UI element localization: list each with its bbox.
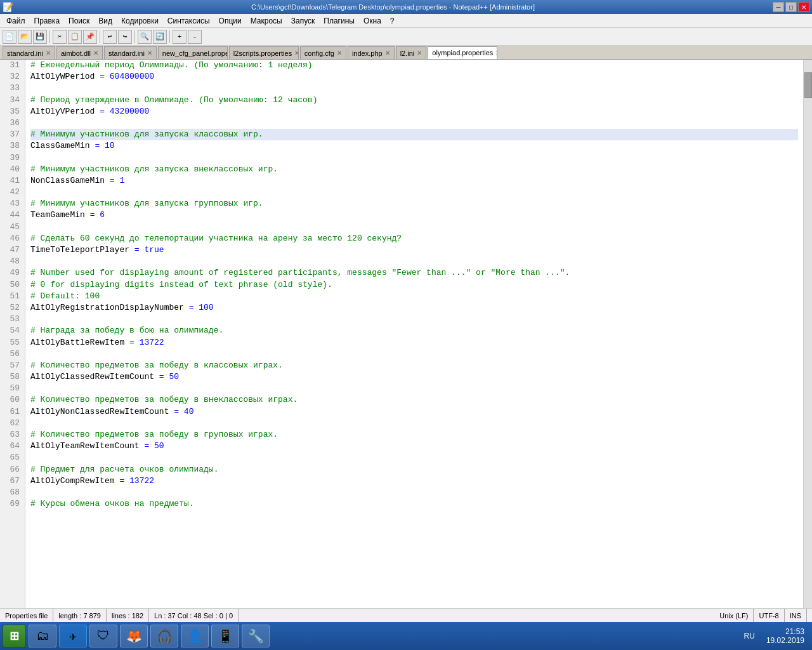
code-line-33[interactable] bbox=[30, 83, 798, 94]
menu-item-плагины[interactable]: Плагины bbox=[320, 15, 358, 27]
code-line-58[interactable]: AltOlyClassedRewItemCount = 50 bbox=[30, 371, 798, 383]
new-button[interactable]: 📄 bbox=[3, 30, 16, 44]
menu-item-?[interactable]: ? bbox=[386, 15, 398, 27]
code-line-42[interactable] bbox=[30, 187, 798, 198]
code-area[interactable]: # Еженедельный период Олимпиады. (По умо… bbox=[25, 60, 803, 608]
code-line-60[interactable]: # Количество предметов за победу в внекл… bbox=[30, 394, 798, 406]
code-line-36[interactable] bbox=[30, 117, 798, 129]
search-button[interactable]: 🔍 bbox=[138, 30, 152, 44]
code-line-49[interactable]: # Number used for displaying amount of r… bbox=[30, 267, 798, 279]
code-line-48[interactable] bbox=[30, 256, 798, 267]
tab-config-cfg[interactable]: config.cfg✕ bbox=[300, 46, 346, 59]
tab-close-icon[interactable]: ✕ bbox=[337, 50, 342, 56]
line-number-53: 53 bbox=[5, 314, 20, 325]
paste-button[interactable]: 📌 bbox=[83, 30, 97, 44]
minimize-button[interactable]: ─ bbox=[773, 2, 784, 12]
code-line-55[interactable]: AltOlyBattleRewItem = 13722 bbox=[30, 337, 798, 348]
save-button[interactable]: 💾 bbox=[33, 30, 47, 44]
taskbar-app-security[interactable]: 🛡 bbox=[89, 625, 117, 647]
zoom-out-button[interactable]: - bbox=[188, 30, 202, 44]
code-line-53[interactable] bbox=[30, 314, 798, 325]
code-line-51[interactable]: # Default: 100 bbox=[30, 291, 798, 302]
code-line-63[interactable]: # Количество предметов за победу в групо… bbox=[30, 429, 798, 441]
taskbar-app-explorer[interactable]: 🗂 bbox=[29, 625, 56, 647]
code-line-38[interactable]: ClassGameMin = 10 bbox=[30, 140, 798, 152]
tab-aimbot-dll[interactable]: aimbot.dll✕ bbox=[56, 46, 103, 59]
code-line-64[interactable]: AltOlyTeamRewItemCount = 50 bbox=[30, 441, 798, 452]
maximize-button[interactable]: □ bbox=[785, 2, 797, 12]
menu-item-поиск[interactable]: Поиск bbox=[65, 15, 93, 27]
redo-button[interactable]: ↪ bbox=[118, 30, 132, 44]
undo-button[interactable]: ↩ bbox=[103, 30, 117, 44]
menu-item-вид[interactable]: Вид bbox=[95, 15, 116, 27]
value-text: = 50 bbox=[159, 372, 179, 381]
code-line-61[interactable]: AltOlyNonClassedRewItemCount = 40 bbox=[30, 406, 798, 418]
tab-standard-ini[interactable]: standard.ini✕ bbox=[104, 46, 157, 59]
code-line-69[interactable]: # Курсы обмена очков на предметы. bbox=[30, 498, 798, 510]
code-line-57[interactable]: # Количество предметов за победу в класс… bbox=[30, 360, 798, 371]
code-line-37[interactable]: # Минимум участников для запуска классов… bbox=[30, 129, 798, 140]
code-line-67[interactable]: AltOlyCompRewItem = 13722 bbox=[30, 475, 798, 487]
code-line-39[interactable] bbox=[30, 152, 798, 164]
comment-text: # Количество предметов за победу в класс… bbox=[30, 361, 283, 370]
tab-close-icon[interactable]: ✕ bbox=[46, 50, 51, 56]
code-line-32[interactable]: AltOlyWPeriod = 604800000 bbox=[30, 71, 798, 83]
zoom-in-button[interactable]: + bbox=[173, 30, 187, 44]
taskbar-app-telegram[interactable]: ✈ bbox=[59, 625, 87, 647]
menu-item-опции[interactable]: Опции bbox=[215, 15, 246, 27]
code-line-45[interactable] bbox=[30, 222, 798, 233]
code-line-41[interactable]: NonClassGameMin = 1 bbox=[30, 175, 798, 187]
taskbar-app-headphones[interactable]: 🎧 bbox=[150, 625, 178, 647]
key-text: AltOlyTeamRewItemCount bbox=[30, 441, 144, 451]
scrollbar[interactable] bbox=[803, 60, 812, 608]
close-button[interactable]: ✕ bbox=[798, 2, 809, 12]
tab-close-icon[interactable]: ✕ bbox=[294, 50, 299, 56]
code-line-68[interactable] bbox=[30, 487, 798, 498]
taskbar-app-telegram2[interactable]: 📱 bbox=[211, 625, 239, 647]
cut-button[interactable]: ✂ bbox=[53, 30, 67, 44]
taskbar-app-browser[interactable]: 🦊 bbox=[120, 625, 148, 647]
tab-close-icon[interactable]: ✕ bbox=[93, 50, 98, 56]
menu-item-правка[interactable]: Правка bbox=[30, 15, 64, 27]
tab-close-icon[interactable]: ✕ bbox=[385, 50, 390, 56]
code-line-56[interactable] bbox=[30, 348, 798, 360]
menu-item-окна[interactable]: Окна bbox=[360, 15, 385, 27]
replace-button[interactable]: 🔄 bbox=[153, 30, 167, 44]
start-button[interactable]: ⊞ bbox=[3, 625, 26, 647]
code-line-66[interactable]: # Предмет для расчета очков олимпиады. bbox=[30, 464, 798, 475]
tab-standard-ini[interactable]: standard.ini✕ bbox=[3, 46, 55, 59]
menu-item-запуск[interactable]: Запуск bbox=[287, 15, 319, 27]
tab-close-icon[interactable]: ✕ bbox=[147, 50, 152, 56]
code-line-31[interactable]: # Еженедельный период Олимпиады. (По умо… bbox=[30, 60, 798, 71]
taskbar-app-tools[interactable]: 🔧 bbox=[242, 625, 270, 647]
code-line-47[interactable]: TimeTоTeleportPlayer = true bbox=[30, 244, 798, 256]
taskbar-app-char[interactable]: 👤 bbox=[181, 625, 209, 647]
code-line-34[interactable]: # Период утверждение в Олимпиаде. (По ум… bbox=[30, 95, 798, 106]
tab-close-icon[interactable]: ✕ bbox=[495, 50, 497, 56]
open-button[interactable]: 📂 bbox=[18, 30, 32, 44]
value-text: = 50 bbox=[144, 441, 164, 451]
menu-item-синтаксисы[interactable]: Синтаксисы bbox=[164, 15, 214, 27]
tab-olympiad-properties[interactable]: olympiad.properties✕ bbox=[428, 46, 497, 59]
menu-item-файл[interactable]: Файл bbox=[3, 15, 29, 27]
code-line-52[interactable]: AltOlyRegistrationDisplayNumber = 100 bbox=[30, 302, 798, 314]
code-line-59[interactable] bbox=[30, 383, 798, 394]
code-line-65[interactable] bbox=[30, 452, 798, 463]
code-line-40[interactable]: # Минимум участников для запуска внеклас… bbox=[30, 164, 798, 175]
tab-index-php[interactable]: index.php✕ bbox=[348, 46, 395, 59]
code-line-62[interactable] bbox=[30, 418, 798, 429]
tab-close-icon[interactable]: ✕ bbox=[417, 50, 422, 56]
tab-l2scripts-properties[interactable]: l2scripts.properties✕ bbox=[229, 46, 299, 59]
menu-item-макросы[interactable]: Макросы bbox=[247, 15, 286, 27]
copy-button[interactable]: 📋 bbox=[68, 30, 82, 44]
scrollbar-thumb[interactable] bbox=[804, 72, 812, 98]
tab-new_cfg_panel-properties[interactable]: new_cfg_panel.properties✕ bbox=[158, 46, 228, 59]
code-line-54[interactable]: # Награда за победу в бою на олимпиаде. bbox=[30, 325, 798, 336]
code-line-35[interactable]: AltOlyVPeriod = 43200000 bbox=[30, 106, 798, 117]
code-line-50[interactable]: # 0 for displaying digits instead of tex… bbox=[30, 279, 798, 291]
code-line-44[interactable]: TeamGameMin = 6 bbox=[30, 209, 798, 221]
tab-l2-ini[interactable]: l2.ini✕ bbox=[396, 46, 427, 59]
code-line-46[interactable]: # Сделать 60 секунд до телепортации учас… bbox=[30, 233, 798, 244]
menu-item-кодировки[interactable]: Кодировки bbox=[117, 15, 162, 27]
code-line-43[interactable]: # Минимум участников для запуска группов… bbox=[30, 198, 798, 209]
